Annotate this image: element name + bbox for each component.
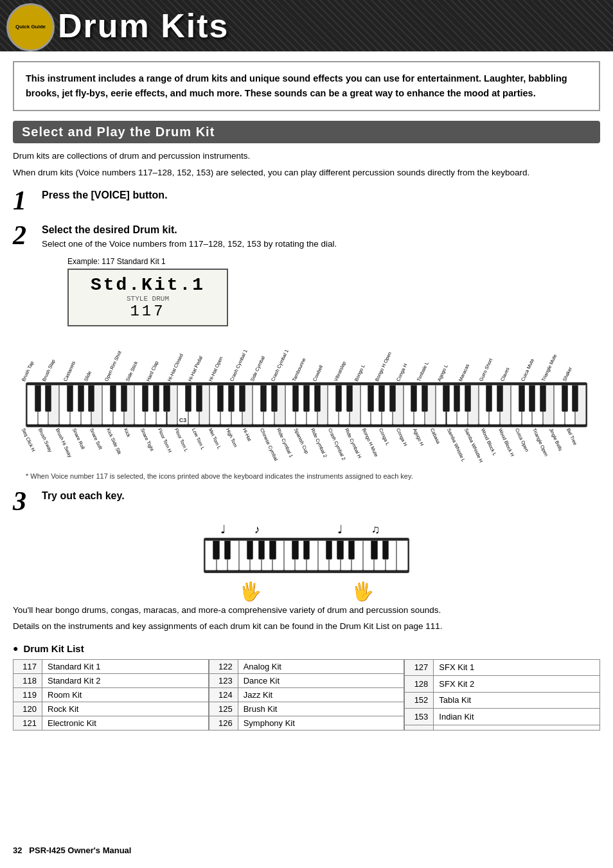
bottom-label: Conga H <box>395 427 408 447</box>
bottom-label: Floor Tom H <box>157 427 173 454</box>
table-row: 153Indian Kit <box>405 709 600 725</box>
top-label: Crash Cymbal 1 <box>229 349 249 383</box>
c3-label: C3 <box>179 417 187 423</box>
bottom-label: Agogo H <box>412 427 425 447</box>
top-label: Brush Slap <box>41 359 57 382</box>
intro-text: This instrument includes a range of drum… <box>26 71 587 101</box>
step3-black-key <box>382 540 389 560</box>
table-row: 152Tabla Kit <box>405 692 600 708</box>
kit-table-1: 122Analog Kit123Dance Kit124Jazz Kit125B… <box>209 659 405 731</box>
kit-number: 128 <box>405 676 434 692</box>
top-label: Claves <box>499 367 510 383</box>
step1: 1 Press the [VOICE] button. <box>13 187 600 214</box>
top-label: Bongo H Open <box>374 351 393 382</box>
black-key <box>292 385 299 412</box>
top-label: Slide <box>83 370 93 382</box>
black-key <box>35 385 41 412</box>
kit-number: 153 <box>405 709 434 725</box>
kit-name: Symphony Kit <box>238 716 404 730</box>
display-example: Example: 117 Standard Kit 1 Std.Kit.1 ST… <box>67 257 337 326</box>
top-label: Hi-Hat Closed <box>166 353 184 382</box>
top-label: Crash Cymbal 1 <box>270 349 290 383</box>
table-row: 118Standard Kit 2 <box>13 673 209 687</box>
kit-number: 127 <box>405 659 434 675</box>
table-row: 128SFX Kit 2 <box>405 676 600 692</box>
kit-name: Rock Kit <box>42 702 209 716</box>
black-key <box>368 385 374 412</box>
top-label: Conga H <box>395 362 408 382</box>
bottom-label: Snare Tight <box>139 427 155 452</box>
drum-kit-list: Drum Kit List 117Standard Kit 1118Standa… <box>13 643 600 731</box>
body-content: Drum kits are collections of drum and pe… <box>13 150 600 730</box>
top-label: Agogo L <box>436 364 449 382</box>
kit-table-2: 127SFX Kit 1128SFX Kit 2152Tabla Kit153I… <box>404 659 600 731</box>
bottom-label: Kick Side Stk <box>105 427 123 456</box>
table-row: 120Rock Kit <box>13 702 209 716</box>
bottom-label: Brush Hi Sway <box>55 427 73 458</box>
keyboard-keys: C3 <box>26 382 587 427</box>
bottom-label: Seq Click H <box>21 427 37 452</box>
bottom-label: Met Tom L <box>208 427 222 450</box>
step3-keyboard <box>204 538 409 573</box>
black-key <box>78 385 84 412</box>
kit-name: SFX Kit 1 <box>434 659 600 675</box>
top-label: Cowbell <box>312 364 324 382</box>
step3-illustration: ♩ ♪ ♩ ♫ 🖐 🖐 <box>204 522 409 599</box>
black-key <box>45 385 51 412</box>
bottom-label: Wood Block H <box>497 427 515 457</box>
kit-number: 125 <box>209 702 238 716</box>
step3: 3 Try out each key. <box>13 488 600 515</box>
kit-number: 124 <box>209 687 238 702</box>
bottom-label: Ride Cymbal H <box>344 427 362 459</box>
black-key <box>314 385 321 412</box>
top-label: Guiro Short <box>478 358 493 383</box>
kit-name: Standard Kit 1 <box>42 659 209 673</box>
top-label: Hi-Hat Pedal <box>187 355 204 382</box>
step3-black-key <box>303 540 310 560</box>
page-header: Quick Guide Drum Kits <box>0 0 613 51</box>
top-label: Side Stick <box>125 360 139 382</box>
logo-text: Quick Guide <box>14 23 47 31</box>
bottom-label: Spanish Cup <box>293 427 310 455</box>
black-key <box>142 385 148 412</box>
black-key <box>303 385 310 412</box>
step1-content: Press the [VOICE] button. <box>42 187 168 201</box>
black-key <box>411 385 417 412</box>
bottom-label: Bel Tree <box>565 427 578 446</box>
black-key <box>562 385 568 412</box>
table-row: 122Analog Kit <box>209 659 404 673</box>
step3-black-key <box>371 540 378 560</box>
section-heading: Select and Play the Drum Kit <box>13 121 600 143</box>
kit-number: 118 <box>13 673 42 687</box>
step3-black-key <box>292 540 299 560</box>
display-box: Std.Kit.1 STYLE DRUM 117 <box>67 269 228 326</box>
small-keyboard-area: 🖐 🖐 <box>204 538 409 599</box>
bottom-label: Samba Whistle L <box>446 427 466 463</box>
bottom-label: Floor Tom L <box>173 427 190 453</box>
top-label: Hard Clap <box>145 360 159 382</box>
bottom-label: Jingle Bells <box>548 427 564 452</box>
step3-black-key <box>247 540 254 560</box>
black-key <box>88 385 94 412</box>
step3-content: Try out each key. <box>42 488 125 502</box>
bottom-labels-row: Seq Click HBrush SwayBrush Hi SwaySnare … <box>26 427 587 469</box>
black-key <box>465 385 471 412</box>
bottom-label: Snare Roll <box>71 427 86 450</box>
top-label: Open Rim Shot <box>103 350 123 382</box>
page-footer: 32 PSR-I425 Owner's Manual <box>13 846 131 855</box>
step3-black-key <box>269 540 276 560</box>
table-row <box>405 725 600 730</box>
step3-desc1: You'll hear bongo drums, congas, maracas… <box>13 604 600 617</box>
kit-name: Standard Kit 2 <box>42 673 209 687</box>
kit-table-wrapper: 117Standard Kit 1118Standard Kit 2119Roo… <box>13 659 600 731</box>
bottom-label: Hi-Hat <box>242 427 253 442</box>
step3-black-key <box>348 540 355 560</box>
black-key <box>378 385 385 412</box>
kit-name: Dance Kit <box>238 673 404 687</box>
bottom-label: High Tom <box>225 427 238 448</box>
step2-title: Select the desired Drum kit. <box>42 224 337 236</box>
black-key <box>540 385 546 412</box>
step3-title: Try out each key. <box>42 490 125 502</box>
kit-table-0: 117Standard Kit 1118Standard Kit 2119Roo… <box>13 659 209 731</box>
top-label: Maracas <box>458 363 470 382</box>
